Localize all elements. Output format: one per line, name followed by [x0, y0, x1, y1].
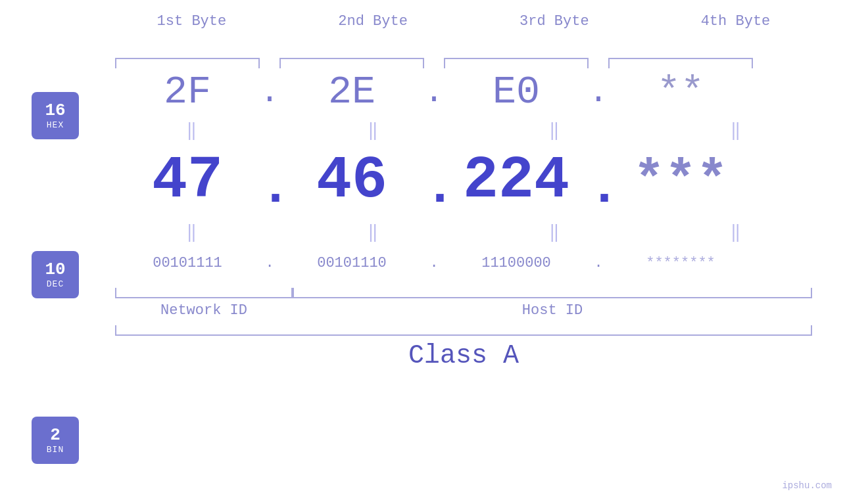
dec-row: 47 . 46 . 224 . ***: [115, 141, 812, 220]
dec-name: DEC: [47, 279, 64, 289]
eq1-c2: ‖: [301, 120, 445, 141]
hex-dot1: .: [260, 74, 279, 111]
hex-dot3: .: [589, 74, 608, 111]
watermark: ipshu.com: [782, 480, 832, 491]
eq2-c1: ‖: [119, 221, 264, 242]
eq1-c4: ‖: [663, 120, 808, 141]
eq2-c4: ‖: [663, 221, 808, 242]
hex-name: HEX: [47, 120, 64, 130]
hex-badge: 16 HEX: [32, 92, 79, 139]
dec-b2: 46: [279, 147, 424, 214]
large-bottom-bracket: [115, 325, 812, 336]
dec-b4: ***: [608, 151, 753, 211]
bin-num: 2: [50, 426, 60, 445]
id-labels-row: Network ID Host ID: [115, 302, 812, 319]
network-id-label: Network ID: [115, 302, 293, 319]
bin-name: BIN: [47, 445, 64, 455]
hex-b2: 2E: [279, 70, 424, 114]
hex-dot2: .: [424, 74, 444, 111]
bin-b2: 00101110: [279, 255, 424, 271]
dec-b1: 47: [115, 147, 260, 214]
bin-dot1: .: [260, 255, 279, 271]
class-label: Class A: [115, 341, 812, 371]
eq2-c2: ‖: [301, 221, 445, 242]
column-headers: 1st Byte 2nd Byte 3rd Byte 4th Byte: [115, 13, 812, 30]
hex-row: 2F . 2E . E0 . **: [115, 66, 812, 118]
hex-b3: E0: [444, 70, 589, 114]
base-labels: 16 HEX 10 DEC 2 BIN: [32, 92, 79, 464]
dec-b3: 224: [444, 147, 589, 214]
bin-b3: 11100000: [444, 255, 589, 271]
bin-badge: 2 BIN: [32, 417, 79, 464]
bottom-bracket-network: [115, 288, 293, 298]
hex-num: 16: [45, 101, 65, 120]
rows-area: 2F . 2E . E0 . ** ‖ ‖ ‖ ‖: [115, 66, 812, 371]
hex-b1: 2F: [115, 70, 260, 114]
host-id-label: Host ID: [293, 302, 812, 319]
equals-row-1: ‖ ‖ ‖ ‖: [115, 118, 812, 141]
dec-dot2: .: [424, 145, 444, 218]
header-col1: 1st Byte: [119, 13, 264, 30]
dec-dot3: .: [589, 145, 608, 218]
bottom-brackets: [115, 288, 812, 298]
main-layout: 1st Byte 2nd Byte 3rd Byte 4th Byte 16 H…: [0, 0, 845, 504]
header-col4: 4th Byte: [663, 13, 808, 30]
dec-num: 10: [45, 260, 65, 279]
equals-row-2: ‖ ‖ ‖ ‖: [115, 220, 812, 243]
bin-b1: 00101111: [115, 255, 260, 271]
eq2-c3: ‖: [482, 221, 627, 242]
bottom-bracket-host: [293, 288, 812, 298]
header-col3: 3rd Byte: [482, 13, 627, 30]
bin-b4: ********: [608, 255, 753, 271]
bin-dot3: .: [589, 255, 608, 271]
dec-dot1: .: [260, 145, 279, 218]
bin-dot2: .: [424, 255, 444, 271]
dec-badge: 10 DEC: [32, 251, 79, 298]
hex-b4: **: [608, 70, 753, 114]
bin-row: 00101111 . 00101110 . 11100000 . *******…: [115, 243, 812, 283]
header-col2: 2nd Byte: [301, 13, 445, 30]
eq1-c3: ‖: [482, 120, 627, 141]
eq1-c1: ‖: [119, 120, 264, 141]
